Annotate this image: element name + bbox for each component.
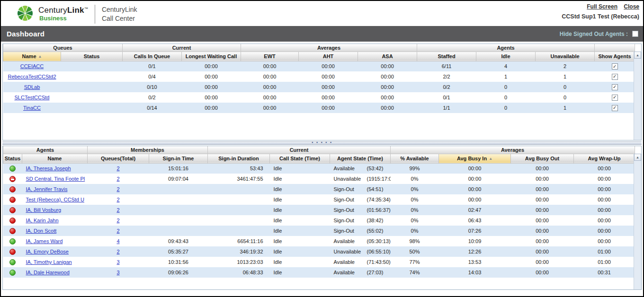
queue-name-link[interactable]: SLCTestCCStd — [15, 95, 50, 100]
close-link[interactable]: Close — [624, 3, 639, 10]
queue-aht: 00:00 — [299, 61, 358, 71]
agent-avg-busy-in: 00:00 — [439, 174, 511, 184]
full-screen-link[interactable]: Full Screen — [587, 3, 617, 10]
centurylink-logo-icon — [16, 4, 34, 24]
queues-col-header-asa[interactable]: ASA — [358, 52, 417, 61]
queue-asa: 00:00 — [358, 92, 417, 103]
agents-scrollbar[interactable]: ▲ — [634, 154, 641, 289]
queue-name-link[interactable]: CCEIACC — [20, 63, 44, 69]
agents-col-header-sign-in-time[interactable]: Sign-in Time — [149, 154, 208, 163]
agent-name-link[interactable]: IA, Don Scott — [26, 228, 57, 234]
agent-queues-total-link[interactable]: 2 — [116, 207, 119, 213]
sort-asc-icon: ▲ — [38, 54, 42, 59]
agents-col-header-call-state-time[interactable]: Call State (Time) — [270, 154, 330, 163]
agent-name-link[interactable]: IA, Emory DeBose — [26, 249, 69, 254]
agents-col-header-agent-state-time[interactable]: Agent State (Time) — [330, 154, 391, 163]
agent-row: IA, Bill Vosburg 2 Idle Sign-Out(01:56:3… — [3, 205, 635, 215]
agent-call-state: Idle — [270, 174, 330, 184]
agent-queues-total-link[interactable]: 4 — [116, 238, 119, 244]
agent-status-red-icon — [9, 207, 16, 213]
queues-col-header-aht[interactable]: AHT — [299, 52, 358, 61]
agent-name-link[interactable]: IA, Theresa Joseph — [26, 166, 71, 171]
scroll-up-icon[interactable]: ▲ — [634, 52, 641, 59]
queues-col-header-status[interactable]: Status — [61, 52, 123, 61]
agents-col-header-queues-total[interactable]: Queues(Total) — [88, 154, 149, 163]
queues-scrollbar[interactable]: ▲ — [634, 52, 641, 140]
agent-queues-total-link[interactable]: 2 — [116, 197, 119, 202]
show-agents-checkbox[interactable]: ✓ — [612, 105, 618, 111]
panel-splitter[interactable]: ▪ ▪ ▪ ▪ ▪ — [2, 141, 642, 145]
agents-col-header-sign-in-duration[interactable]: Sign-in Duration — [208, 154, 270, 163]
queue-name-link[interactable]: SDLab — [24, 84, 40, 90]
agent-avg-busy-out: 00:00 — [511, 184, 574, 194]
agent-avg-busy-in: 00:00 — [439, 194, 511, 205]
agent-pct-available: 0% — [391, 215, 439, 226]
agent-sign-in-time — [149, 205, 208, 215]
agent-queues-total-link[interactable]: 2 — [116, 228, 119, 234]
queue-status — [61, 103, 123, 113]
agent-name-link[interactable]: Test (Rebecca), CCStd U — [26, 197, 84, 202]
queue-staffed: 6/11 — [417, 61, 476, 71]
hide-signed-out-checkbox[interactable] — [632, 31, 638, 37]
agent-state-time: Unavailable(06:55:10) — [330, 246, 391, 257]
agent-pct-available: 0% — [391, 174, 439, 184]
agent-name-link[interactable]: IA, James Ward — [26, 238, 63, 244]
agents-col-header-avg-wrap-up[interactable]: Avg Wrap-Up — [574, 154, 635, 163]
queues-col-header-calls-in-queue[interactable]: Calls In Queue — [123, 52, 182, 61]
agent-queues-total-link[interactable]: 3 — [116, 270, 119, 275]
show-agents-checkbox[interactable]: ✓ — [612, 95, 618, 101]
queue-calls-in-queue: 0/14 — [123, 103, 182, 113]
queues-col-header-unavailable[interactable]: Unavailable — [536, 52, 595, 61]
queue-aht: 00:00 — [299, 82, 358, 92]
queues-group-header-queues: Queues — [3, 44, 123, 52]
queue-name-link[interactable]: RebeccaTestCCStd2 — [8, 74, 56, 79]
queues-col-header-name[interactable]: Name▲ — [3, 52, 61, 61]
agents-col-header-name[interactable]: Name — [22, 154, 88, 163]
queue-unavailable: 1 — [536, 71, 595, 82]
show-agents-checkbox[interactable]: ✓ — [612, 63, 618, 70]
agent-avg-busy-out: 00:00 — [511, 194, 574, 205]
queue-calls-in-queue: 0/4 — [123, 71, 182, 82]
queues-col-header-ewt[interactable]: EWT — [241, 52, 299, 61]
queues-col-header-longest-waiting-call[interactable]: Longest Waiting Call — [182, 52, 241, 61]
queue-ewt: 00:00 — [241, 82, 299, 92]
agent-queues-total-link[interactable]: 3 — [116, 259, 119, 265]
agent-state-time: Available(53:42) — [330, 163, 391, 174]
scroll-up-icon[interactable]: ▲ — [634, 154, 641, 161]
queues-col-header-show-agents[interactable]: Show Agents — [595, 52, 635, 61]
queues-col-header-idle[interactable]: Idle — [476, 52, 536, 61]
agents-col-header-avg-busy-out[interactable]: Avg Busy Out — [511, 154, 574, 163]
agent-queues-total-link[interactable]: 2 — [116, 166, 119, 171]
agents-col-header-available[interactable]: % Available — [391, 154, 439, 163]
queue-row: CCEIACC 0/1 00:00 00:00 00:00 00:00 6/11… — [3, 61, 635, 71]
agent-name-link[interactable]: IA, Bill Vosburg — [26, 207, 62, 213]
agent-sign-in-time: 09:07:04 — [149, 174, 208, 184]
agent-queues-total-link[interactable]: 2 — [116, 176, 119, 182]
agent-sign-in-time: 05:35:27 — [149, 246, 208, 257]
agent-call-state: Idle — [270, 194, 330, 205]
agent-queues-total-link[interactable]: 2 — [116, 186, 119, 192]
agent-sign-in-duration: 1013:23:03 — [208, 257, 270, 267]
agent-sign-in-duration: 06:48:33 — [208, 267, 270, 278]
agent-queues-total-link[interactable]: 2 — [116, 218, 119, 223]
agent-queues-total-link[interactable]: 2 — [116, 249, 119, 254]
queue-idle: 1 — [476, 71, 536, 82]
agent-pct-available: 0% — [391, 226, 439, 236]
show-agents-checkbox[interactable]: ✓ — [612, 84, 618, 90]
agent-name-link[interactable]: IA, Dale Harewood — [26, 270, 70, 275]
queue-name-link[interactable]: TinaCC — [23, 105, 41, 111]
agent-state-time: Available(71:43:50) — [330, 257, 391, 267]
agents-col-header-status[interactable]: Status — [3, 154, 22, 163]
queues-col-header-staffed[interactable]: Staffed — [417, 52, 476, 61]
agents-group-header-current: Current — [208, 146, 391, 154]
agent-name-link[interactable]: SD Central, Tina Foote Pl — [26, 176, 85, 182]
queue-longest-waiting-call: 00:00 — [182, 103, 241, 113]
agent-name-link[interactable]: IA, Karin Jahn — [26, 218, 59, 223]
agents-col-header-avg-busy-in[interactable]: Avg Busy In▲ — [439, 154, 511, 163]
agent-name-link[interactable]: IA, Timothy Lanigan — [26, 259, 72, 265]
agent-state-time: Available(05:30:13) — [330, 236, 391, 246]
agents-table: AgentsMembershipsCurrentAveragesStatusNa… — [3, 146, 635, 278]
agent-state-time: Sign-Out(55:02) — [330, 226, 391, 236]
agent-name-link[interactable]: IA, Jennifer Travis — [26, 186, 68, 192]
show-agents-checkbox[interactable]: ✓ — [612, 74, 618, 80]
